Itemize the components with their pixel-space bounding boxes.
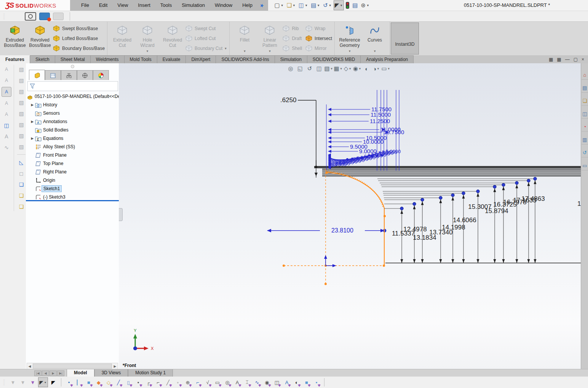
close-icon[interactable]: × [582,57,584,62]
view-cube-6-icon[interactable]: ▧ [17,120,26,129]
dim-bottom-1[interactable]: 12.4978 [403,226,427,233]
tree-item-0517-10-100-sp-mandrel-default-de[interactable]: 0517-10-100-SP-MANDREL (Default<<De [26,92,119,101]
sketch-point[interactable] [371,156,373,158]
filter-sketches-icon[interactable]: ┌ [144,378,153,387]
sketch-point[interactable] [527,179,530,182]
scrollbar-thumb[interactable] [33,364,112,369]
rollback-bar[interactable] [26,200,119,201]
filter-origins-icon[interactable]: ▪ [134,378,143,387]
scroll-right-icon[interactable]: ▶ [112,364,118,368]
tab-analysis-preparation[interactable]: Analysis Preparation [361,55,414,63]
note-edit-icon[interactable]: A [2,76,11,85]
sketch-point[interactable] [451,194,454,197]
apply-scene-icon[interactable]: ◑▼ [372,64,380,73]
view-palette-icon[interactable]: ◫ [582,109,588,119]
rapid-sketch-icon[interactable]: ❏ [17,180,26,189]
tree-item-solid-bodies[interactable]: Solid Bodies [26,126,119,134]
triad-x-label[interactable]: X [151,346,154,351]
sketch-point[interactable] [376,155,378,157]
annotation-visibility-icon[interactable]: ▧▼ [324,64,333,73]
design-library-icon[interactable]: ▤ [582,83,588,93]
tab-mold-tools[interactable]: Mold Tools [125,55,157,63]
configurationmanager-tab-icon[interactable] [61,70,77,80]
filter-connection-points-icon[interactable]: ■ [302,378,311,387]
display-style-icon[interactable]: ◇▼ [344,64,352,73]
dim-bottom-4[interactable]: 14.1998 [442,224,465,231]
filter-planes-icon[interactable]: ▯ [124,378,133,387]
expand-arrow-icon[interactable]: ▶ [30,136,35,140]
sketch-point[interactable] [462,192,465,195]
first-tab-icon[interactable]: |◀ [34,370,42,376]
filter-blocks-icon[interactable]: ◉ [262,378,272,387]
hide-show-items-icon[interactable]: ◉▼ [353,64,361,73]
menu-window[interactable]: Window [210,0,237,11]
view-cube-5-icon[interactable]: ▧ [17,109,26,118]
note-insert-icon[interactable]: A [2,87,11,97]
boundary-boss-base-button[interactable]: Boundary Boss/Base [53,44,105,53]
note-add-icon[interactable]: A [2,99,11,108]
filter-solid-bodies-icon[interactable]: ◇ [104,378,113,387]
filter-routing-points-icon[interactable]: ▪ [312,378,321,387]
menu-help[interactable]: Help [237,0,257,11]
intersect-button[interactable]: Intersect [305,34,332,43]
filter-half-sections-icon[interactable]: ◐ [292,378,301,387]
sketch-point[interactable] [421,198,424,201]
dim-bottom-5[interactable]: 14.6066 [453,216,476,224]
displaymanager-tab-icon[interactable] [93,70,109,80]
sketch-point[interactable] [383,215,386,217]
dim-width-text[interactable]: 23.8100 [331,227,353,234]
design-table-icon[interactable]: ◫ [2,121,11,130]
sketch-tools-icon[interactable]: ◻ [17,169,26,178]
note-group-icon[interactable]: A [2,110,11,119]
zoom-to-fit-icon[interactable]: ◎ [286,64,295,73]
sketch-point[interactable] [534,177,537,180]
doc-tab-model[interactable]: Model [67,369,94,377]
appearances-icon[interactable]: ◔ [582,122,588,131]
propertymanager-tab-icon[interactable] [45,70,61,80]
menu-edit[interactable]: Edit [94,0,112,11]
tree-item-top-plane[interactable]: Top Plane [26,159,119,168]
view-cube-3-icon[interactable]: ▧ [17,87,26,96]
panel-horizontal-scrollbar[interactable]: ◀ ▶ [27,363,118,369]
sketch-point[interactable] [400,207,403,210]
tree-item-alloy-steel-ss-[interactable]: Alloy Steel (SS) [26,143,119,151]
sketch-point[interactable] [346,158,348,160]
extruded-boss-base-button[interactable]: Extruded Boss/Base [2,23,27,54]
menu-file[interactable]: File [76,0,94,11]
sketch-spline[interactable] [327,172,384,208]
dim-cluster-15[interactable]: 5.0000 [386,149,401,154]
screen-capture-camera-icon[interactable] [25,12,36,21]
sketch-point[interactable] [324,283,327,285]
tab-weldments[interactable]: Weldments [91,55,125,63]
filter-axes-icon[interactable]: ╱ [114,378,123,387]
comments-icon[interactable]: ▭ [582,161,588,170]
swept-boss-base-button[interactable]: Swept Boss/Base [53,24,105,33]
sketch-point[interactable] [493,185,496,188]
tree-item-origin[interactable]: Origin [26,176,119,184]
filter-weld-symbols-icon[interactable]: ⌶ [243,378,252,387]
menu-simulation[interactable]: Simulation [177,0,210,11]
home-icon[interactable]: ⌂ [582,70,588,80]
tree-item-equations[interactable]: ▶ΣEquations [26,134,119,143]
filter-dowel-symbols-icon[interactable]: ◫ [272,378,281,387]
tree-item-front-plane[interactable]: Front Plane [26,151,119,159]
sketch-point[interactable] [439,196,442,199]
view-cube-1-icon[interactable]: ▧ [17,65,26,74]
note-star-icon[interactable]: A [2,65,11,74]
sketch-canvas[interactable]: .625011.750011.500011.250011.000010.7500… [119,63,581,369]
tab-simulation[interactable]: Simulation [275,55,307,63]
sketch-point[interactable] [381,154,383,157]
reference-geometry-button[interactable]: ReferenceGeometry ▼ [337,23,362,54]
expand-arrow-icon[interactable]: ▶ [30,120,35,123]
sketch-point[interactable] [361,157,363,159]
sketch-point[interactable] [502,183,505,186]
dim-0625-text[interactable]: .6250 [280,96,297,104]
filter-center-marks-icon[interactable]: ⊕ [183,378,192,387]
section-view-icon[interactable]: ◫ [315,64,323,73]
filter-hatch-icon[interactable]: ∿ [252,378,262,387]
scroll-left-icon[interactable]: ◀ [27,364,32,368]
offset-entities-icon[interactable]: ❏ [17,202,26,211]
panel-collapse-handle[interactable] [71,65,74,68]
dock-right-icon[interactable]: ▦ [557,57,561,62]
options-list-button[interactable]: ▤ [351,0,359,10]
